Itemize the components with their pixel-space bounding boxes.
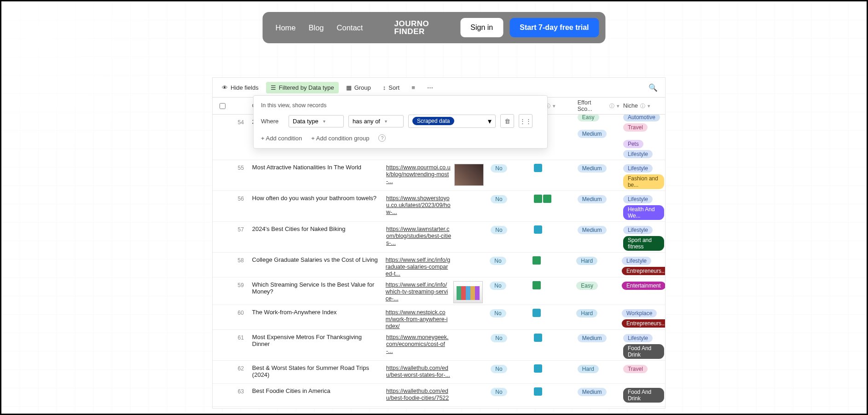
row-number: 59 [232,281,247,288]
group-button[interactable]: ▦ Group [341,82,376,93]
niche-pill: Lifestyle [623,164,653,173]
sort-icon: ↕ [383,84,386,91]
table-row[interactable]: 55Most Attractive Nationalities In The W… [213,160,665,191]
table-row[interactable]: 56How often do you wash your bathroom to… [213,191,665,222]
table-row[interactable]: 60The Work-from-Anywhere Indexhttps://ww… [213,305,665,330]
start-trial-button[interactable]: Start 7-day free trial [509,18,599,37]
select-all-checkbox[interactable] [220,103,226,109]
niche-pill: Workplace [622,309,657,317]
no-pill: No [491,334,507,342]
niche-pill: Sport and fitness [623,236,664,251]
logo: JOURNOFINDER [369,20,454,35]
table-row[interactable]: 62Best & Worst States for Summer Road Tr… [213,361,665,384]
campaign-cell: Most Expensive Metros For Thanksgiving D… [248,334,382,347]
drag-filter-handle[interactable]: ⋮⋮ [519,114,532,128]
row-number: 58 [232,256,247,264]
chevron-down-icon: ▾ [385,119,387,124]
effort-pill: Medium [578,334,607,342]
doc-icon [534,387,542,396]
table-row[interactable]: 61Most Expensive Metros For Thanksgiving… [213,330,665,361]
chevron-down-icon: ▾ [323,119,325,124]
effort-pill: Easy [576,282,598,290]
thumbnail [454,164,484,186]
url-link[interactable]: https://www.pourmoi.co.uk/blog/nowtrendi… [386,164,451,184]
niche-pill: Lifestyle [623,226,653,234]
nav-contact[interactable]: Contact [337,23,363,32]
url-link[interactable]: https://www.showerstoyou.co.uk/latest/20… [386,195,451,215]
niche-pill: Lifestyle [623,150,653,158]
more-button[interactable]: ⋯ [422,82,438,93]
nav-blog[interactable]: Blog [309,23,324,32]
doc-icon [532,309,541,317]
row-number: 57 [232,225,248,233]
add-condition-group-button[interactable]: + Add condition group [311,135,369,142]
no-pill: No [490,309,506,317]
dots-icon: ⋯ [427,84,433,91]
effort-pill: Medium [578,164,607,173]
niche-pill: Automotive [623,115,660,121]
filter-value-input[interactable]: Scraped data ▾ [408,115,496,128]
help-icon[interactable]: ? [378,134,386,142]
table-row[interactable]: 64Hardest-Working States in Americahttps… [213,407,665,409]
popup-title: In this view, show records [261,102,540,109]
url-link[interactable]: https://www.nestpick.com/work-from-anywh… [386,309,448,329]
campaign-cell: How often do you wash your bathroom towe… [248,195,382,202]
table-row[interactable]: 58College Graduate Salaries vs the Cost … [213,253,665,277]
niche-pill: Fashion and be... [623,174,664,189]
row-number: 56 [232,195,248,202]
col-effort[interactable]: Effort Sco...ⓘ▾ [574,99,619,112]
filter-op-select[interactable]: has any of▾ [348,115,404,127]
niche-pill: Lifestyle [623,334,653,342]
add-condition-button[interactable]: + Add condition [261,135,302,142]
url-link[interactable]: https://www.lawnstarter.com/blog/studies… [386,226,451,246]
row-height-icon: ≡ [411,84,415,91]
info-icon: ⓘ [609,103,614,110]
niche-pill: Lifestyle [622,257,651,265]
campaign-cell: The Work-from-Anywhere Index [248,309,382,316]
no-pill: No [491,365,507,373]
table-row[interactable]: 572024's Best Cities for Naked Bikinghtt… [213,222,665,253]
effort-pill: Medium [578,195,607,203]
niche-pill: Entertainment [622,282,665,290]
niche-pill: Entrepreneurs... [622,267,665,275]
no-pill: No [491,195,507,203]
effort-pill: Hard [576,257,597,265]
doc-icon [534,334,542,342]
col-niche[interactable]: Nicheⓘ▾ [619,103,665,110]
url-cell: https://www.showerstoyou.co.uk/latest/20… [382,195,454,215]
row-number: 54 [232,118,248,126]
sign-in-button[interactable]: Sign in [460,18,503,37]
table-row[interactable]: 59Which Streaming Service Is the Best Va… [213,277,665,305]
nav-home[interactable]: Home [276,23,296,32]
url-cell: https://wallethub.com/edu/best-worst-sta… [382,364,454,378]
campaign-cell: Best Foodie Cities in America [248,387,382,394]
url-link[interactable]: https://www.self.inc/info/which-tv-strea… [386,282,448,302]
filter-tag[interactable]: Scraped data [412,117,454,125]
niche-pill: Pets [623,140,643,148]
effort-pill: Medium [578,226,607,234]
url-cell: https://www.self.inc/info/which-tv-strea… [382,281,453,302]
url-link[interactable]: https://wallethub.com/edu/best-worst-sta… [386,365,450,378]
chevron-down-icon: ▾ [553,103,556,109]
sort-button[interactable]: ↕ Sort [378,82,404,93]
effort-pill: Hard [576,309,597,317]
no-pill: No [490,282,506,290]
row-number: 55 [232,164,248,171]
row-height-button[interactable]: ≡ [407,82,420,93]
url-cell: https://www.self.inc/info/graduate-salar… [382,256,453,277]
filter-button[interactable]: ☰ Filtered by Data type [266,82,339,93]
url-link[interactable]: https://www.self.inc/info/graduate-salar… [386,257,450,277]
delete-filter-button[interactable]: 🗑 [500,114,514,128]
campaign-cell: 2024's Best Cities for Naked Biking [248,225,382,232]
sheet-icon [543,195,551,203]
row-number: 62 [232,364,248,372]
search-button[interactable]: 🔍 [646,81,660,95]
filter-field-select[interactable]: Data type▾ [289,115,344,127]
niche-pill: Health And We... [623,205,664,220]
url-link[interactable]: https://wallethub.com/edu/best-foodie-ci… [386,388,449,401]
url-link[interactable]: https://www.moneygeek.com/economics/cost… [386,334,448,354]
doc-icon [534,225,542,234]
table-row[interactable]: 63Best Foodie Cities in Americahttps://w… [213,384,665,407]
niche-pill: Travel [623,123,648,132]
hide-fields-button[interactable]: 👁 Hide fields [217,82,263,93]
